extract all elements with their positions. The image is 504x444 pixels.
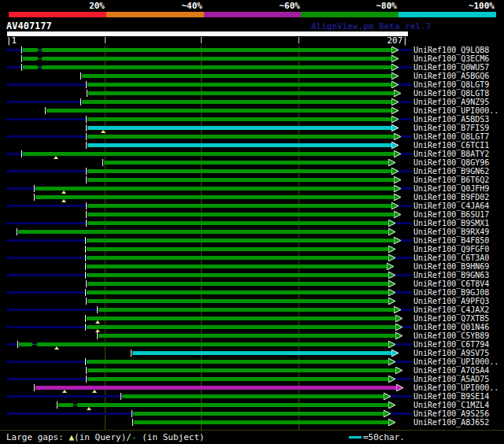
alignment-bar[interactable] [46,109,391,113]
subject-id-label[interactable]: UniRef100_A8J652 [413,418,489,427]
subject-id-label[interactable]: UniRef100_Q8LGT7 [413,132,489,141]
alignment-bar[interactable] [87,299,388,303]
alignment-row[interactable]: UniRef100_Q8LGT9 [0,80,504,89]
alignment-bar[interactable] [87,221,388,225]
subject-id-label[interactable]: UniRef100_C5YB89 [413,331,489,340]
alignment-bar[interactable] [104,161,388,165]
alignment-bar[interactable] [87,178,394,182]
alignment-row[interactable]: UniRef100_B9GN63 [0,271,504,279]
alignment-bar[interactable] [18,230,388,234]
alignment-row[interactable]: UniRef100_Q8LGT7 [0,132,504,141]
alignment-bar[interactable] [87,204,391,208]
subject-id-label[interactable]: UniRef100_A5BGQ6 [413,72,489,80]
subject-id-label[interactable]: UniRef100_C6T794 [413,340,489,349]
alignment-bar[interactable] [42,65,391,69]
alignment-bar[interactable] [122,394,384,398]
alignment-row[interactable]: UniRef100_Q8LGT8 [0,89,504,98]
alignment-bar[interactable] [19,342,32,346]
alignment-row[interactable]: UniRef100_B4F850 [0,236,504,245]
subject-id-label[interactable]: UniRef100_B9SE14 [413,392,489,401]
alignment-row[interactable]: UniRef100_A8J652 [0,418,504,427]
alignment-row[interactable]: UniRef100_Q0WU57 [0,63,504,72]
alignment-row[interactable]: UniRef100_C4JAX2 [0,305,504,314]
alignment-bar[interactable] [87,213,394,216]
alignment-bar[interactable] [87,256,388,260]
subject-id-label[interactable]: UniRef100_UPI000.. [413,357,498,366]
alignment-row[interactable]: UniRef100_Q0JFH9 [0,184,504,193]
alignment-bar[interactable] [98,308,394,312]
alignment-bar[interactable] [82,74,391,78]
alignment-row[interactable]: UniRef100_Q9FGF0 [0,245,504,253]
alignment-row[interactable]: UniRef100_C1MZL4 [0,401,504,409]
alignment-bar[interactable] [42,57,391,61]
alignment-bar[interactable] [77,403,388,407]
alignment-bar[interactable] [23,65,38,69]
alignment-bar[interactable] [87,368,395,372]
alignment-bar[interactable] [82,100,391,104]
subject-id-label[interactable]: UniRef100_Q8GY96 [413,158,489,167]
subject-id-label[interactable]: UniRef100_B9HN69 [413,262,489,271]
alignment-bar[interactable] [132,351,391,355]
alignment-row[interactable]: UniRef100_Q8GY96 [0,158,504,167]
alignment-row[interactable]: UniRef100_Q9LQB8 [0,46,504,54]
alignment-row[interactable]: UniRef100_B9RX49 [0,228,504,236]
alignment-row[interactable]: UniRef100_B9GN62 [0,167,504,176]
alignment-row[interactable]: UniRef100_C4JA64 [0,202,504,210]
subject-id-label[interactable]: UniRef100_B6SU17 [413,210,489,219]
alignment-row[interactable]: UniRef100_B9SE14 [0,392,504,401]
alignment-bar[interactable] [134,420,388,424]
alignment-row[interactable]: UniRef100_A9S256 [0,409,504,418]
alignment-bar[interactable] [23,57,38,61]
subject-id-label[interactable]: UniRef100_B4F850 [413,236,489,245]
alignment-bar[interactable] [87,239,394,242]
subject-id-label[interactable]: UniRef100_B9FD02 [413,193,489,202]
subject-id-label[interactable]: UniRef100_Q9LQB8 [413,46,489,54]
alignment-row[interactable]: UniRef100_B6SU17 [0,210,504,219]
alignment-row[interactable]: UniRef100_A5AD75 [0,375,504,383]
alignment-row[interactable]: UniRef100_B6T6Q2 [0,176,504,184]
subject-id-label[interactable]: UniRef100_Q7XTB5 [413,314,489,323]
alignment-row[interactable]: UniRef100_Q01N46 [0,323,504,331]
alignment-bar[interactable] [87,290,388,294]
alignment-row[interactable]: UniRef100_B9GJ08 [0,288,504,297]
alignment-bar[interactable] [87,282,388,286]
alignment-bar[interactable] [87,135,394,139]
alignment-bar[interactable] [87,143,391,147]
subject-id-label[interactable]: UniRef100_Q8LGT8 [413,89,489,98]
alignment-bar[interactable] [87,273,388,277]
alignment-bar[interactable] [37,342,388,346]
subject-id-label[interactable]: UniRef100_B9GN62 [413,167,489,176]
subject-id-label[interactable]: UniRef100_A9NZ95 [413,98,489,106]
alignment-bar[interactable] [23,48,38,52]
alignment-row[interactable]: UniRef100_A5BGQ6 [0,72,504,80]
alignment-bar[interactable] [42,48,391,52]
alignment-row[interactable]: UniRef100_B7FIS9 [0,124,504,132]
alignment-bar[interactable] [35,187,394,191]
subject-id-label[interactable]: UniRef100_B9GN63 [413,271,489,279]
alignment-row[interactable]: UniRef100_C6TCI1 [0,141,504,150]
alignment-row[interactable]: UniRef100_B9SMX1 [0,219,504,228]
subject-id-label[interactable]: UniRef100_C6T8V4 [413,279,489,288]
subject-id-label[interactable]: UniRef100_B7FIS9 [413,124,489,132]
alignment-row[interactable]: UniRef100_C5YB89 [0,331,504,340]
alignment-bar[interactable] [87,126,391,130]
alignment-bar[interactable] [87,360,388,364]
subject-id-label[interactable]: UniRef100_Q01N46 [413,323,489,331]
subject-id-label[interactable]: UniRef100_A7QSA4 [413,366,489,375]
subject-id-label[interactable]: UniRef100_A5AD75 [413,375,489,383]
subject-id-label[interactable]: UniRef100_B9SMX1 [413,219,489,228]
alignment-row[interactable]: UniRef100_C6T8V4 [0,279,504,288]
alignment-row[interactable]: UniRef100_A7QSA4 [0,366,504,375]
alignment-row[interactable]: UniRef100_UPI000.. [0,357,504,366]
alignment-bar[interactable] [58,403,73,407]
alignment-row[interactable]: UniRef100_A9PFQ3 [0,297,504,305]
alignment-row[interactable]: UniRef100_A5BDS3 [0,115,504,124]
subject-id-label[interactable]: UniRef100_A9SV75 [413,349,489,357]
subject-id-label[interactable]: UniRef100_B9GJ08 [413,288,489,297]
subject-id-label[interactable]: UniRef100_Q9FGF0 [413,245,489,253]
subject-id-label[interactable]: UniRef100_Q8LGT9 [413,80,489,89]
subject-id-label[interactable]: UniRef100_A9S256 [413,409,489,418]
alignment-bar[interactable] [133,412,384,416]
alignment-bar[interactable] [23,152,394,156]
alignment-bar[interactable] [87,117,391,121]
